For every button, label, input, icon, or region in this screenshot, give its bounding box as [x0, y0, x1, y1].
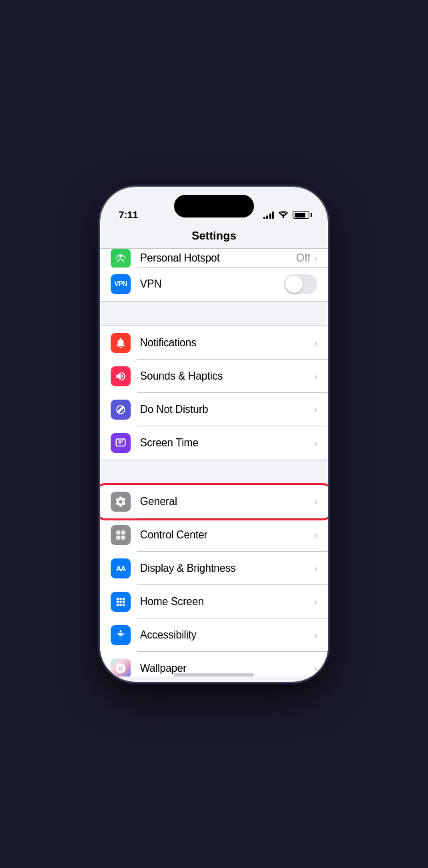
section2-group: Notifications › Sounds & Haptics ›	[100, 326, 328, 460]
display-icon: AA	[111, 558, 131, 578]
dnd-chevron: ›	[314, 404, 317, 415]
svg-rect-5	[116, 535, 120, 539]
top-section-group: Personal Hotspot Off › VPN VPN	[100, 248, 328, 302]
personal-hotspot-value: Off	[296, 252, 310, 264]
notifications-chevron: ›	[314, 338, 317, 348]
page-title: Settings	[191, 230, 236, 242]
home-bar	[174, 673, 254, 677]
svg-rect-3	[116, 530, 120, 534]
vpn-label: VPN	[140, 278, 284, 290]
notifications-label: Notifications	[140, 337, 314, 349]
dynamic-island	[174, 195, 254, 218]
sounds-icon	[111, 366, 131, 386]
wifi-icon	[278, 210, 289, 220]
status-time: 7:11	[119, 209, 138, 220]
spacer-2	[100, 460, 328, 484]
control-center-label: Control Center	[140, 529, 314, 541]
battery-fill	[295, 213, 305, 218]
personal-hotspot-icon	[111, 249, 131, 268]
svg-rect-4	[121, 530, 125, 534]
spacer-1	[100, 302, 328, 326]
home-screen-label: Home Screen	[140, 596, 314, 608]
settings-row-dnd[interactable]: Do Not Disturb ›	[100, 393, 328, 426]
settings-row-personal-hotspot[interactable]: Personal Hotspot Off ›	[100, 249, 328, 268]
settings-row-screen-time[interactable]: Screen Time ›	[100, 426, 328, 460]
settings-row-general[interactable]: General ›	[100, 485, 328, 518]
settings-row-display[interactable]: AA Display & Brightness ›	[100, 552, 328, 585]
screen-time-icon	[111, 433, 131, 453]
signal-bars-icon	[263, 211, 275, 219]
general-label: General	[140, 496, 314, 508]
page-header: Settings	[100, 226, 328, 248]
settings-row-home-screen[interactable]: Home Screen ›	[100, 585, 328, 618]
svg-point-13	[117, 603, 119, 606]
dnd-label: Do Not Disturb	[140, 404, 314, 416]
display-label: Display & Brightness	[140, 562, 314, 574]
accessibility-icon	[111, 625, 131, 645]
notifications-icon	[111, 333, 131, 353]
svg-point-9	[123, 597, 125, 600]
wallpaper-icon	[111, 659, 131, 677]
svg-point-8	[119, 597, 122, 600]
battery-icon	[293, 211, 309, 219]
control-center-chevron: ›	[314, 530, 317, 540]
control-center-icon	[111, 525, 131, 545]
svg-point-12	[123, 600, 125, 603]
vpn-icon: VPN	[111, 274, 131, 294]
settings-row-accessibility[interactable]: Accessibility ›	[100, 618, 328, 652]
svg-point-0	[283, 216, 284, 218]
home-screen-icon	[111, 592, 131, 612]
svg-point-7	[117, 597, 119, 600]
svg-rect-6	[121, 535, 125, 539]
settings-scroll[interactable]: Personal Hotspot Off › VPN VPN	[100, 248, 328, 677]
svg-point-16	[120, 630, 122, 632]
wallpaper-chevron: ›	[314, 663, 317, 674]
settings-row-sounds[interactable]: Sounds & Haptics ›	[100, 360, 328, 393]
vpn-toggle[interactable]	[284, 274, 317, 294]
svg-point-14	[119, 603, 122, 606]
sounds-label: Sounds & Haptics	[140, 370, 314, 382]
svg-point-10	[117, 600, 119, 603]
vpn-toggle-knob	[285, 276, 303, 293]
screen-time-chevron: ›	[314, 438, 317, 448]
home-screen-chevron: ›	[314, 596, 317, 607]
personal-hotspot-label: Personal Hotspot	[140, 252, 296, 264]
screen: 7:11	[100, 187, 328, 682]
screen-time-label: Screen Time	[140, 437, 314, 449]
settings-row-control-center[interactable]: Control Center ›	[100, 518, 328, 552]
general-chevron: ›	[314, 496, 317, 507]
svg-point-15	[123, 603, 125, 606]
dnd-icon	[111, 400, 131, 420]
display-chevron: ›	[314, 563, 317, 574]
accessibility-label: Accessibility	[140, 629, 314, 641]
settings-row-vpn[interactable]: VPN VPN	[100, 268, 328, 301]
sounds-chevron: ›	[314, 371, 317, 382]
phone-frame: 7:11	[100, 187, 328, 682]
content: Settings Personal Hotspo	[100, 226, 328, 682]
personal-hotspot-chevron: ›	[314, 253, 317, 264]
general-icon	[111, 492, 131, 512]
accessibility-chevron: ›	[314, 630, 317, 640]
status-icons	[263, 210, 310, 220]
svg-point-11	[119, 600, 122, 603]
settings-row-notifications[interactable]: Notifications ›	[100, 326, 328, 360]
section3-group: General › Control	[100, 484, 328, 677]
